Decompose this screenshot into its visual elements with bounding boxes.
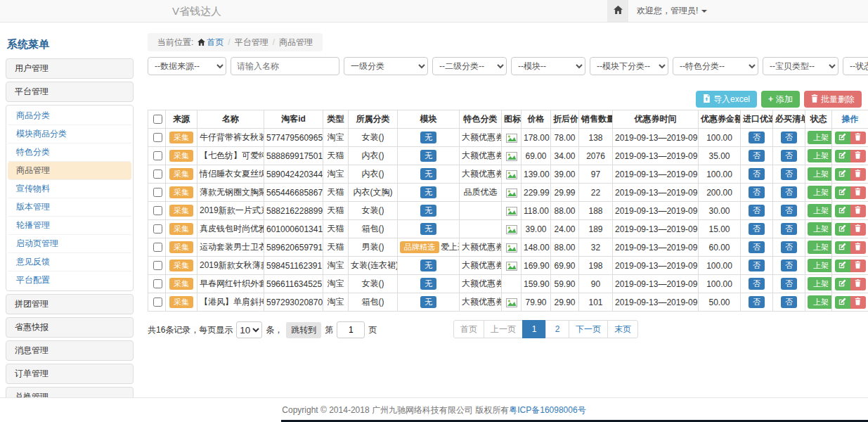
row-checkbox[interactable]: [153, 188, 162, 197]
edit-button[interactable]: [835, 278, 850, 290]
sidebar-section[interactable]: 平台管理: [6, 82, 134, 102]
filter-select[interactable]: --数据来源--: [148, 57, 226, 75]
sidebar-item[interactable]: 商品分类: [8, 107, 131, 125]
delete-button[interactable]: [850, 186, 866, 199]
delete-button[interactable]: [850, 150, 866, 162]
row-checkbox[interactable]: [153, 243, 162, 252]
sidebar-section[interactable]: 兑换管理: [6, 387, 134, 397]
delete-button[interactable]: [850, 205, 866, 217]
pager-button[interactable]: 上一页: [484, 320, 523, 338]
row-checkbox[interactable]: [153, 206, 162, 215]
name-search-input[interactable]: [231, 57, 339, 75]
edit-button[interactable]: [835, 241, 850, 254]
import-select-badge: 否: [749, 278, 765, 290]
edit-button[interactable]: [835, 223, 850, 236]
delete-button[interactable]: [850, 278, 866, 290]
sidebar-section[interactable]: 用户管理: [6, 58, 134, 79]
user-menu[interactable]: 欢迎您，管理员!: [637, 0, 707, 22]
delete-button[interactable]: [850, 241, 866, 254]
sidebar-item[interactable]: 宣传物料: [8, 180, 131, 198]
module-cell: 品牌精选爱上运动: [398, 238, 460, 257]
filter-select[interactable]: --二级分类--: [432, 57, 507, 75]
pager-button[interactable]: 2: [545, 320, 569, 338]
module-cell: 无: [398, 202, 460, 220]
table-cell: [460, 202, 502, 220]
edit-button[interactable]: [835, 186, 850, 199]
sidebar-section[interactable]: 拼团管理: [6, 294, 134, 314]
filter-select[interactable]: --宝贝类型--: [763, 57, 838, 75]
sidebar-item[interactable]: 特色分类: [8, 143, 131, 162]
sidebar-item[interactable]: 商品管理: [8, 162, 131, 180]
sidebar-section[interactable]: 订单管理: [6, 364, 134, 384]
sidebar-item[interactable]: 版本管理: [8, 198, 131, 217]
table-cell: 淘宝: [323, 257, 349, 275]
sidebar-title: 系统菜单: [7, 38, 132, 51]
table-cell: 采集: [166, 184, 197, 202]
table-cell: [502, 129, 522, 147]
sidebar-item[interactable]: 平台配置: [8, 271, 131, 289]
batch-delete-button[interactable]: 批量删除: [804, 91, 862, 108]
table-cell: 148.00: [522, 238, 551, 257]
per-page-select[interactable]: 10: [236, 321, 262, 338]
sidebar-item[interactable]: 轮播管理: [8, 217, 131, 235]
sidebar-item[interactable]: 启动页管理: [8, 235, 131, 253]
add-button[interactable]: + 添加: [761, 91, 800, 108]
sidebar-item[interactable]: 意见反馈: [8, 253, 131, 271]
row-checkbox[interactable]: [153, 170, 162, 179]
table-row: 采集牛仔背带裤女秋装减龄...577479560965淘宝女装()无大额优惠券1…: [148, 129, 868, 147]
select-all-checkbox[interactable]: [153, 115, 162, 124]
delete-button[interactable]: [850, 132, 866, 144]
sidebar-section[interactable]: 消息管理: [6, 340, 134, 361]
sidebar-section[interactable]: 省惠快报: [6, 317, 134, 338]
breadcrumb-home-link[interactable]: 首页: [207, 37, 224, 47]
row-checkbox[interactable]: [153, 133, 162, 142]
pager-button[interactable]: 首页: [453, 320, 484, 338]
filter-select[interactable]: --特色分类--: [673, 57, 758, 75]
icp-link[interactable]: 粤ICP备16098006号: [509, 405, 585, 415]
edit-button[interactable]: [835, 132, 850, 144]
pager-button[interactable]: 1: [522, 320, 546, 338]
edit-button[interactable]: [835, 168, 850, 181]
breadcrumb-item-active: 商品管理: [279, 37, 313, 47]
table-cell: [148, 147, 166, 165]
row-checkbox[interactable]: [153, 151, 162, 160]
source-badge: 采集: [169, 223, 193, 235]
pager-button[interactable]: 下一页: [569, 320, 608, 338]
ops-cell: [832, 129, 868, 147]
edit-icon: [838, 297, 846, 307]
filter-select[interactable]: 一级分类: [344, 57, 428, 75]
table-cell: 否: [741, 202, 773, 220]
filter-select[interactable]: --模块--: [511, 57, 585, 75]
home-button[interactable]: [607, 0, 628, 22]
status-badge: 上架: [808, 259, 832, 272]
pager-button[interactable]: 末页: [607, 320, 638, 338]
table-cell: 2019-09-13—2019-09-17: [613, 257, 699, 275]
row-checkbox[interactable]: [153, 279, 162, 288]
pagination-bar: 共16条记录，每页显示 10 条， 跳转到 第 页 首页上一页12下一页末页: [148, 320, 862, 340]
delete-button[interactable]: [850, 296, 866, 309]
row-checkbox[interactable]: [153, 261, 162, 270]
edit-button[interactable]: [835, 296, 850, 309]
table-cell: 598451162391: [264, 257, 323, 275]
jump-page-input[interactable]: [337, 321, 365, 338]
import-select-badge: 否: [749, 260, 765, 271]
edit-button[interactable]: [835, 205, 850, 217]
table-cell: 60.00: [699, 238, 741, 257]
sidebar-item[interactable]: 模块商品分类: [8, 125, 131, 143]
row-checkbox[interactable]: [153, 224, 162, 234]
ops-cell: [832, 184, 868, 202]
edit-button[interactable]: [835, 150, 850, 162]
import-excel-button[interactable]: 导入excel: [696, 91, 757, 108]
delete-button[interactable]: [850, 260, 866, 272]
row-checkbox[interactable]: [153, 298, 162, 307]
filter-select[interactable]: --状态--: [843, 57, 868, 75]
table-cell: [502, 220, 522, 238]
table-cell: 内衣(文胸): [349, 184, 398, 202]
source-badge: 采集: [169, 260, 193, 271]
top-bar: V省钱达人 欢迎您，管理员!: [0, 0, 868, 23]
edit-button[interactable]: [835, 260, 850, 272]
table-cell: 否: [741, 184, 773, 202]
delete-button[interactable]: [850, 223, 866, 236]
filter-select[interactable]: --模块下分类--: [590, 57, 668, 75]
delete-button[interactable]: [850, 168, 866, 181]
